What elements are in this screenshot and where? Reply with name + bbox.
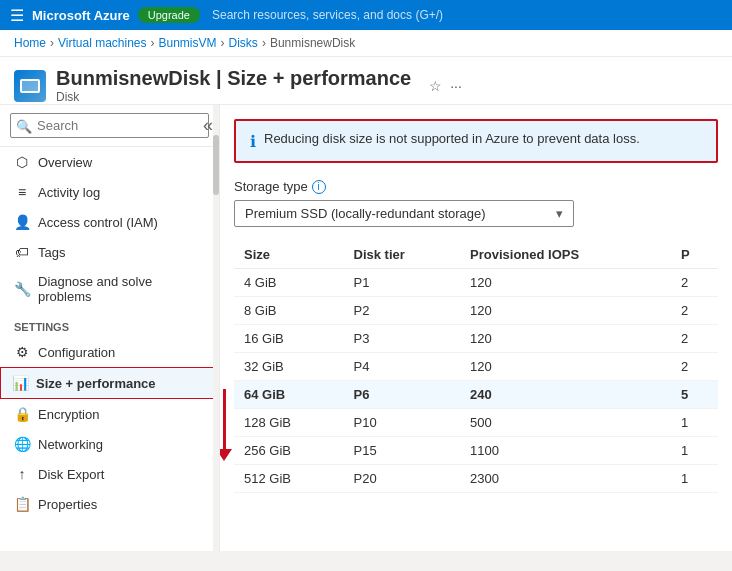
sidebar-item-configuration-label: Configuration (38, 345, 115, 360)
sidebar-item-size-performance[interactable]: 📊 Size + performance (0, 367, 219, 399)
info-icon: ℹ (250, 132, 256, 151)
content-area: ℹ Reducing disk size is not supported in… (220, 105, 732, 551)
sidebar-item-configuration[interactable]: ⚙ Configuration (0, 337, 219, 367)
storage-type-dropdown[interactable]: Premium SSD (locally-redundant storage) … (234, 200, 574, 227)
cell-size: 256 GiB (234, 437, 344, 465)
sidebar-item-properties-label: Properties (38, 497, 97, 512)
sidebar-item-networking[interactable]: 🌐 Networking (0, 429, 219, 459)
access-control-icon: 👤 (14, 214, 30, 230)
sidebar-item-networking-label: Networking (38, 437, 103, 452)
cell-tier: P15 (344, 437, 461, 465)
sidebar-item-diagnose-label: Diagnose and solve problems (38, 274, 205, 304)
networking-icon: 🌐 (14, 436, 30, 452)
cell-extra: 1 (671, 465, 718, 493)
table-row[interactable]: 16 GiBP31202 (234, 325, 718, 353)
resource-type-label: Disk (56, 90, 411, 104)
search-input[interactable] (10, 113, 209, 138)
cell-iops: 120 (460, 353, 671, 381)
table-row[interactable]: 256 GiBP1511001 (234, 437, 718, 465)
cell-iops: 120 (460, 297, 671, 325)
col-header-size: Size (234, 241, 344, 269)
properties-icon: 📋 (14, 496, 30, 512)
cell-tier: P6 (344, 381, 461, 409)
cell-size: 4 GiB (234, 269, 344, 297)
sidebar-item-tags[interactable]: 🏷 Tags (0, 237, 219, 267)
table-row[interactable]: 128 GiBP105001 (234, 409, 718, 437)
sidebar-item-access-control[interactable]: 👤 Access control (IAM) (0, 207, 219, 237)
sidebar: 🔍 « ⬡ Overview ≡ Activity log 👤 Access c… (0, 105, 220, 551)
storage-type-label: Storage type i (234, 179, 718, 194)
cell-iops: 240 (460, 381, 671, 409)
storage-type-info-icon[interactable]: i (312, 180, 326, 194)
col-header-tier: Disk tier (344, 241, 461, 269)
page-header: BunmisnewDisk | Size + performance Disk … (0, 57, 732, 105)
sidebar-item-size-performance-label: Size + performance (36, 376, 156, 391)
cell-iops: 120 (460, 269, 671, 297)
chevron-down-icon: ▾ (556, 206, 563, 221)
cell-size: 64 GiB (234, 381, 344, 409)
main-layout: 🔍 « ⬡ Overview ≡ Activity log 👤 Access c… (0, 105, 732, 551)
cell-tier: P20 (344, 465, 461, 493)
upgrade-button[interactable]: Upgrade (138, 7, 200, 23)
alert-message: Reducing disk size is not supported in A… (264, 131, 640, 146)
cell-size: 128 GiB (234, 409, 344, 437)
cell-extra: 2 (671, 269, 718, 297)
breadcrumb-vm[interactable]: BunmisVM (159, 36, 217, 50)
sidebar-item-access-control-label: Access control (IAM) (38, 215, 158, 230)
sidebar-item-activity-log[interactable]: ≡ Activity log (0, 177, 219, 207)
sidebar-item-encryption-label: Encryption (38, 407, 99, 422)
breadcrumb: Home › Virtual machines › BunmisVM › Dis… (0, 30, 732, 57)
table-row[interactable]: 8 GiBP21202 (234, 297, 718, 325)
breadcrumb-current: BunmisnewDisk (270, 36, 355, 50)
cell-size: 32 GiB (234, 353, 344, 381)
sidebar-scrollbar-track (213, 105, 219, 551)
disk-size-table: Size Disk tier Provisioned IOPS P 4 GiBP… (234, 241, 718, 493)
tags-icon: 🏷 (14, 244, 30, 260)
global-search-hint: Search resources, services, and docs (G+… (212, 8, 443, 22)
col-header-extra: P (671, 241, 718, 269)
sidebar-item-diagnose[interactable]: 🔧 Diagnose and solve problems (0, 267, 219, 311)
more-options-icon[interactable]: ··· (450, 78, 462, 94)
sidebar-item-encryption[interactable]: 🔒 Encryption (0, 399, 219, 429)
cell-extra: 1 (671, 409, 718, 437)
sidebar-item-properties[interactable]: 📋 Properties (0, 489, 219, 519)
disk-export-icon: ↑ (14, 466, 30, 482)
table-row[interactable]: 64 GiBP62405 (234, 381, 718, 409)
sidebar-search-container: 🔍 (0, 105, 219, 147)
sidebar-item-disk-export[interactable]: ↑ Disk Export (0, 459, 219, 489)
cell-extra: 2 (671, 297, 718, 325)
breadcrumb-home[interactable]: Home (14, 36, 46, 50)
cell-iops: 500 (460, 409, 671, 437)
cell-extra: 1 (671, 437, 718, 465)
table-row[interactable]: 4 GiBP11202 (234, 269, 718, 297)
cell-iops: 120 (460, 325, 671, 353)
size-performance-icon: 📊 (12, 375, 28, 391)
activity-log-icon: ≡ (14, 184, 30, 200)
settings-section-title: Settings (0, 311, 219, 337)
hamburger-icon[interactable]: ☰ (10, 6, 24, 25)
sidebar-item-activity-log-label: Activity log (38, 185, 100, 200)
cell-size: 8 GiB (234, 297, 344, 325)
favorite-icon[interactable]: ☆ (429, 78, 442, 94)
sidebar-scrollbar-thumb[interactable] (213, 135, 219, 195)
table-row[interactable]: 32 GiBP41202 (234, 353, 718, 381)
sidebar-item-overview[interactable]: ⬡ Overview (0, 147, 219, 177)
sidebar-item-disk-export-label: Disk Export (38, 467, 104, 482)
encryption-icon: 🔒 (14, 406, 30, 422)
cell-extra: 5 (671, 381, 718, 409)
cell-tier: P1 (344, 269, 461, 297)
breadcrumb-disks[interactable]: Disks (229, 36, 258, 50)
cell-iops: 2300 (460, 465, 671, 493)
diagnose-icon: 🔧 (14, 281, 30, 297)
table-row[interactable]: 512 GiBP2023001 (234, 465, 718, 493)
azure-logo: Microsoft Azure (32, 8, 130, 23)
col-header-iops: Provisioned IOPS (460, 241, 671, 269)
page-title: BunmisnewDisk | Size + performance (56, 67, 411, 90)
arrow-indicator (220, 389, 232, 461)
breadcrumb-vms[interactable]: Virtual machines (58, 36, 147, 50)
cell-tier: P4 (344, 353, 461, 381)
cell-size: 512 GiB (234, 465, 344, 493)
sidebar-item-tags-label: Tags (38, 245, 65, 260)
cell-extra: 2 (671, 325, 718, 353)
cell-iops: 1100 (460, 437, 671, 465)
